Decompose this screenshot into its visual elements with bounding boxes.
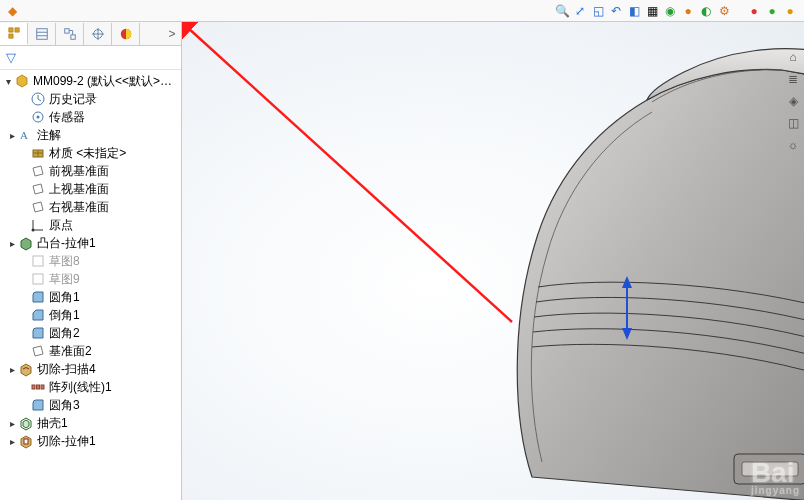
tree-node-label: 圆角2 — [49, 325, 177, 342]
tree-node-label: 抽壳1 — [37, 415, 177, 432]
sketch-icon — [30, 253, 46, 269]
top-toolbar: ◆ 🔍 ⤢ ◱ ↶ ◧ ▦ ◉ ● ◐ ⚙ ● ● ● — [0, 0, 804, 22]
caret-icon[interactable]: ▾ — [2, 76, 14, 87]
sw-logo-icon: ◆ — [4, 3, 20, 19]
tab-display-manager[interactable] — [112, 23, 140, 45]
hide-show-icon[interactable]: ◉ — [662, 3, 678, 19]
tree-node-label: 切除-拉伸1 — [37, 433, 177, 450]
tree-root[interactable]: ▾ MM099-2 (默认<<默认>_显 — [0, 72, 181, 90]
tree-node-label: 前视基准面 — [49, 163, 177, 180]
tree-node-sensors[interactable]: ▸传感器 — [0, 108, 181, 126]
tree-node-label: 基准面2 — [49, 343, 177, 360]
manager-tabstrip: > — [0, 22, 181, 46]
extrude-icon — [18, 235, 34, 251]
gutter-decal-icon[interactable]: ◫ — [784, 114, 802, 132]
plane-icon — [30, 181, 46, 197]
svg-rect-3 — [64, 28, 68, 32]
tree-node-label: 倒角1 — [49, 307, 177, 324]
caret-icon[interactable]: ▸ — [6, 418, 18, 429]
tree-node-plane_r[interactable]: ▸右视基准面 — [0, 198, 181, 216]
tree-node-shell1[interactable]: ▸抽壳1 — [0, 414, 181, 432]
ball-yellow-icon[interactable]: ● — [782, 3, 798, 19]
svg-rect-17 — [33, 256, 43, 266]
caret-icon[interactable]: ▸ — [6, 436, 18, 447]
tree-node-sketch8[interactable]: ▸草图8 — [0, 252, 181, 270]
tree-node-label: 圆角3 — [49, 397, 177, 414]
tab-dimxpert-manager[interactable] — [84, 23, 112, 45]
zoom-fit-icon[interactable]: ⤢ — [572, 3, 588, 19]
prev-view-icon[interactable]: ↶ — [608, 3, 624, 19]
svg-rect-21 — [41, 385, 44, 389]
tree-node-plane_t[interactable]: ▸上视基准面 — [0, 180, 181, 198]
appearance-icon[interactable]: ● — [680, 3, 696, 19]
gutter-appearance-icon[interactable]: ◈ — [784, 92, 802, 110]
tree-node-boss1[interactable]: ▸凸台-拉伸1 — [0, 234, 181, 252]
part-icon — [14, 73, 30, 89]
section-view-icon[interactable]: ◧ — [626, 3, 642, 19]
shell-icon — [18, 415, 34, 431]
gutter-home-icon[interactable]: ⌂ — [784, 48, 802, 66]
tree-node-label: 草图9 — [49, 271, 177, 288]
caret-icon[interactable]: ▸ — [6, 364, 18, 375]
ball-green-icon[interactable]: ● — [764, 3, 780, 19]
caret-icon[interactable]: ▸ — [6, 238, 18, 249]
tree-node-cutsweep4[interactable]: ▸切除-扫描4 — [0, 360, 181, 378]
view-settings-icon[interactable]: ⚙ — [716, 3, 732, 19]
tree-node-fillet1[interactable]: ▸圆角1 — [0, 288, 181, 306]
chamfer-icon — [30, 307, 46, 323]
lpattern-icon — [30, 379, 46, 395]
feature-manager-pane: > ▽ ▾ MM099-2 (默认<<默认>_显 ▸历史记录▸传感器▸A注解▸材… — [0, 22, 182, 500]
tree-node-lpattern1[interactable]: ▸阵列(线性)1 — [0, 378, 181, 396]
tree-node-label: 圆角1 — [49, 289, 177, 306]
svg-rect-19 — [32, 385, 35, 389]
tree-node-plane_f[interactable]: ▸前视基准面 — [0, 162, 181, 180]
tree-node-history[interactable]: ▸历史记录 — [0, 90, 181, 108]
tree-node-plane2[interactable]: ▸基准面2 — [0, 342, 181, 360]
fillet-icon — [30, 397, 46, 413]
model-rendering — [182, 22, 804, 500]
tab-feature-manager[interactable] — [0, 23, 28, 45]
display-style-icon[interactable]: ▦ — [644, 3, 660, 19]
tree-node-label: 阵列(线性)1 — [49, 379, 177, 396]
tree-node-cutext1[interactable]: ▸切除-拉伸1 — [0, 432, 181, 450]
tree-node-label: 原点 — [49, 217, 177, 234]
feature-tree[interactable]: ▾ MM099-2 (默认<<默认>_显 ▸历史记录▸传感器▸A注解▸材质 <未… — [0, 70, 181, 500]
cutsweep-icon — [18, 361, 34, 377]
gutter-layers-icon[interactable]: ≣ — [784, 70, 802, 88]
tree-node-annot[interactable]: ▸A注解 — [0, 126, 181, 144]
graphics-viewport[interactable]: ⌂ ≣ ◈ ◫ ☼ Bai jingyang — [182, 22, 804, 500]
ball-red-icon[interactable]: ● — [746, 3, 762, 19]
svg-rect-20 — [37, 385, 40, 389]
svg-rect-4 — [70, 34, 74, 38]
tree-node-origin[interactable]: ▸原点 — [0, 216, 181, 234]
svg-point-11 — [37, 116, 40, 119]
caret-icon[interactable]: ▸ — [6, 130, 18, 141]
tree-node-label: 上视基准面 — [49, 181, 177, 198]
tree-filter-row: ▽ — [0, 46, 181, 70]
tree-node-label: 切除-扫描4 — [37, 361, 177, 378]
svg-rect-18 — [33, 274, 43, 284]
zoom-area-icon[interactable]: ◱ — [590, 3, 606, 19]
tree-node-label: 材质 <未指定> — [49, 145, 177, 162]
tree-node-material[interactable]: ▸材质 <未指定> — [0, 144, 181, 162]
tree-node-label: 凸台-拉伸1 — [37, 235, 177, 252]
filter-icon[interactable]: ▽ — [6, 50, 16, 65]
scene-icon[interactable]: ◐ — [698, 3, 714, 19]
tree-node-fillet2[interactable]: ▸圆角2 — [0, 324, 181, 342]
tab-configuration-manager[interactable] — [56, 23, 84, 45]
sensor-icon — [30, 109, 46, 125]
tree-node-label: 注解 — [37, 127, 177, 144]
sketch-icon — [30, 271, 46, 287]
annot-icon: A — [18, 127, 34, 143]
plane-icon — [30, 163, 46, 179]
tab-property-manager[interactable] — [28, 23, 56, 45]
task-pane-gutter: ⌂ ≣ ◈ ◫ ☼ — [782, 22, 804, 500]
tree-node-label: 历史记录 — [49, 91, 177, 108]
tabstrip-expand[interactable]: > — [163, 27, 181, 41]
tree-node-chamfer1[interactable]: ▸倒角1 — [0, 306, 181, 324]
tree-node-sketch9[interactable]: ▸草图9 — [0, 270, 181, 288]
tree-root-label: MM099-2 (默认<<默认>_显 — [33, 73, 177, 90]
gutter-scene-icon[interactable]: ☼ — [784, 136, 802, 154]
search-icon[interactable]: 🔍 — [554, 3, 570, 19]
tree-node-fillet3[interactable]: ▸圆角3 — [0, 396, 181, 414]
